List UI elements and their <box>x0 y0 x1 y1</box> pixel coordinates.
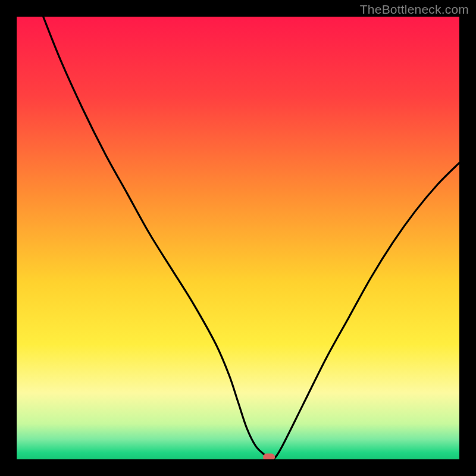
chart-frame: TheBottleneck.com <box>0 0 476 476</box>
minimum-marker <box>263 453 275 459</box>
watermark-text: TheBottleneck.com <box>360 2 469 17</box>
bottleneck-chart <box>17 17 459 459</box>
chart-background <box>17 17 459 459</box>
